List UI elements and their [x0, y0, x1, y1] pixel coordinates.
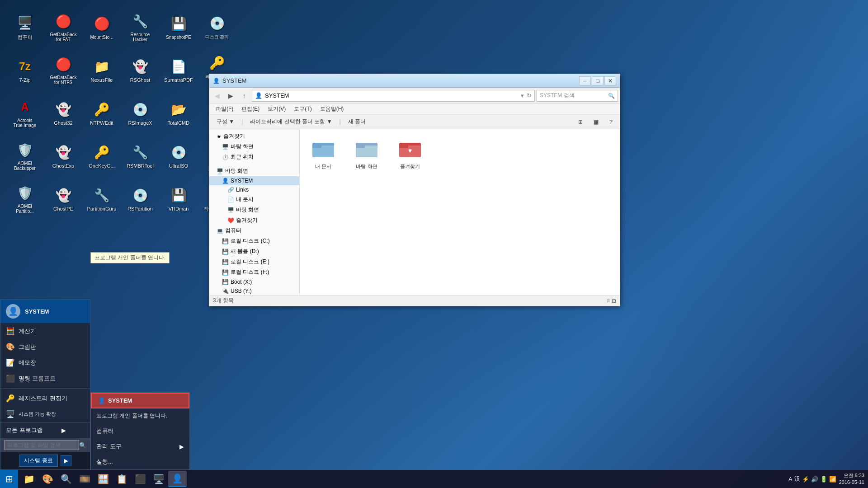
- menu-item-regedit[interactable]: 🔑 레지스트리 편집기: [0, 390, 90, 406]
- menu-file[interactable]: 파일(F): [212, 104, 237, 114]
- maximize-button[interactable]: □: [592, 76, 604, 85]
- context-manage-tools[interactable]: 관리 도구 ▶: [91, 439, 189, 454]
- icon-rspartition[interactable]: 💿 RSPartition: [122, 178, 158, 219]
- icon-vhd[interactable]: 💾 VHDman: [160, 178, 197, 219]
- help-button[interactable]: ?: [606, 117, 616, 127]
- icon-7zip[interactable]: 7z 7-Zip: [7, 50, 43, 90]
- nav-computer[interactable]: 💻 컴퓨터: [209, 225, 299, 236]
- menu-edit[interactable]: 편집(E): [238, 104, 263, 114]
- refresh-button[interactable]: ↻: [527, 92, 532, 99]
- all-programs-item[interactable]: 모든 프로그램 ▶: [0, 422, 90, 438]
- nav-new-vol-d[interactable]: 💾 새 볼륨 (D:): [209, 246, 299, 257]
- nav-recent[interactable]: ⏱️ 최근 위치: [209, 152, 299, 162]
- icon-ntpwedit[interactable]: 🔑 NTPWEdit: [84, 93, 120, 133]
- menu-help[interactable]: 도움말(H): [316, 104, 348, 114]
- taskbar-cmd-btn[interactable]: ⬛: [131, 471, 150, 487]
- icon-aomei-par[interactable]: 🛡️ AOMEIPartitio...: [7, 178, 43, 219]
- nav-links[interactable]: 🔗 Links: [209, 185, 299, 194]
- organize-button[interactable]: 구성 ▼: [213, 117, 238, 127]
- menu-item-paint[interactable]: 🎨 그림판: [0, 339, 90, 355]
- address-dropdown[interactable]: ▾: [521, 92, 524, 99]
- icon-rsghost[interactable]: 👻 RSGhost: [122, 50, 158, 90]
- icon-sumatra[interactable]: 📄 SumatraPDF: [160, 50, 197, 90]
- icon-getdata-ntfs[interactable]: 🔴 GetDataBackfor NTFS: [45, 50, 81, 90]
- search-bar[interactable]: SYSTEM 검색 🔍: [537, 90, 618, 102]
- taskbar-color-btn[interactable]: 🎨: [38, 471, 57, 487]
- taskbar-user-btn[interactable]: 👤: [168, 471, 187, 487]
- nav-local-e[interactable]: 💾 로컬 디스크 (E:): [209, 257, 299, 267]
- taskbar-win-btn[interactable]: 🪟: [94, 471, 113, 487]
- start-button[interactable]: ⊞: [0, 470, 18, 488]
- taskbar-search-btn[interactable]: 🔍: [57, 471, 75, 487]
- nav-local-c[interactable]: 💾 로컬 디스크 (C:): [209, 236, 299, 246]
- icon-ghostexp[interactable]: 👻 GhostExp: [45, 136, 81, 176]
- icon-label: 컴퓨터: [18, 34, 33, 41]
- library-button[interactable]: 라이브러리에 선택한 폴더 포함 ▼: [246, 117, 335, 127]
- back-button[interactable]: ◀: [211, 90, 223, 102]
- icon-disk-manager[interactable]: 💿 디스크 관리: [199, 7, 235, 47]
- minimize-button[interactable]: ─: [579, 76, 591, 85]
- nav-desktop-fav[interactable]: 🖥️ 바탕 화면: [209, 141, 299, 152]
- icon-ghostpe[interactable]: 👻 GhostPE: [45, 178, 81, 219]
- nav-desktop-tree[interactable]: 🖥️ 바탕 화면: [209, 166, 299, 176]
- icon-getdata-fat[interactable]: 🔴 GetDataBackfor FAT: [45, 7, 81, 47]
- menu-item-sys-prop[interactable]: 🖥️ ㅤ시스템 기능 확장 ㅤ: [0, 406, 90, 422]
- nav-favorites[interactable]: ★ 즐겨찾기: [209, 131, 299, 141]
- file-desktop[interactable]: 바탕 화면: [350, 136, 383, 173]
- icon-acronis[interactable]: A AcronisTrue Image: [7, 93, 43, 133]
- close-button[interactable]: ✕: [604, 76, 616, 85]
- context-computer[interactable]: 컴퓨터: [91, 423, 189, 439]
- icon-mountsto[interactable]: 🔴 MountSto...: [84, 7, 120, 47]
- new-folder-button[interactable]: 새 폴더: [344, 117, 369, 127]
- file-my-docs[interactable]: 내 문서: [307, 136, 340, 173]
- detail-view-button[interactable]: ⊡: [612, 298, 616, 304]
- icon-onekey[interactable]: 🔑 OneKeyG...: [84, 136, 120, 176]
- icon-totalcmd[interactable]: 📂 TotalCMD: [160, 93, 197, 133]
- list-view-button[interactable]: ≡: [607, 298, 610, 304]
- details-toggle[interactable]: ▦: [590, 117, 602, 127]
- taskbar-monitor-btn[interactable]: 🖥️: [150, 471, 168, 487]
- nav-usb-y[interactable]: 🔌 USB (Y:): [209, 286, 299, 295]
- search-submit-icon[interactable]: 🔍: [608, 93, 615, 99]
- hdd-d-icon: 💾: [222, 249, 229, 255]
- file-favorites[interactable]: ♥ 즐겨찾기: [394, 136, 426, 173]
- desktop: 🖥️ 컴퓨터 🔴 GetDataBackfor FAT 🔴 MountSto..…: [0, 0, 868, 488]
- search-input[interactable]: [4, 440, 79, 450]
- icon-label: Ghost32: [54, 120, 73, 126]
- context-open-personal[interactable]: 프로그램 개인 폴더를 엽니다.: [91, 408, 189, 423]
- taskbar-explorer-btn[interactable]: 📁: [20, 471, 38, 487]
- taskbar-notepad-btn[interactable]: 📋: [113, 471, 131, 487]
- view-toggle[interactable]: ⊞: [575, 117, 586, 127]
- menu-view[interactable]: 보기(V): [264, 104, 289, 114]
- icon-nexusfile[interactable]: 📁 NexusFile: [84, 50, 120, 90]
- icon-label: ResourceHacker: [131, 32, 150, 42]
- icon-partguru[interactable]: 🔧 PartitionGuru: [84, 178, 120, 219]
- icon-resource-hacker[interactable]: 🔧 ResourceHacker: [122, 7, 158, 47]
- nav-system-user[interactable]: 👤 SYSTEM: [209, 176, 299, 185]
- nav-desktop2[interactable]: 🖥️ 바탕 화면: [209, 205, 299, 215]
- icon-ultraiso[interactable]: 💿 UltraISO: [160, 136, 197, 176]
- taskbar-media-btn[interactable]: 🎞️: [75, 471, 94, 487]
- menu-item-cmd[interactable]: ⬛ 명령 프롬프트: [0, 371, 90, 386]
- forward-button[interactable]: ▶: [225, 90, 236, 102]
- nav-my-docs[interactable]: 📄 내 문서: [209, 194, 299, 205]
- icon-label: PartitionGuru: [87, 206, 117, 211]
- icon-snapshot-pe[interactable]: 💾 SnapshotPE: [160, 7, 197, 47]
- up-button[interactable]: ↑: [238, 90, 250, 102]
- context-run[interactable]: 실행...: [91, 454, 189, 469]
- nav-local-f[interactable]: 💾 로컬 디스크 (F:): [209, 267, 299, 277]
- icon-computer[interactable]: 🖥️ 컴퓨터: [7, 7, 43, 47]
- icon-rsimage[interactable]: 💿 RSImageX: [122, 93, 158, 133]
- taskbar-clock[interactable]: 오전 6:33 2016-05-11: [839, 472, 864, 486]
- address-bar[interactable]: 👤 SYSTEM ▾ ↻: [252, 90, 535, 102]
- nav-boot-x[interactable]: 💾 Boot (X:): [209, 277, 299, 286]
- shutdown-arrow[interactable]: ▶: [61, 455, 71, 466]
- menu-item-notepad[interactable]: 📝 메모장: [0, 355, 90, 371]
- menu-tools[interactable]: 도구(T): [290, 104, 315, 114]
- icon-rsmbr[interactable]: 🔧 RSMBRTool: [122, 136, 158, 176]
- icon-ghost32[interactable]: 👻 Ghost32: [45, 93, 81, 133]
- icon-aomei[interactable]: 🛡️ AOMEIBackupper: [7, 136, 43, 176]
- nav-favorites2[interactable]: ❤️ 즐겨찾기: [209, 215, 299, 225]
- menu-item-calculator[interactable]: 🧮 계산기: [0, 323, 90, 339]
- shutdown-button[interactable]: 시스템 종료: [19, 455, 57, 467]
